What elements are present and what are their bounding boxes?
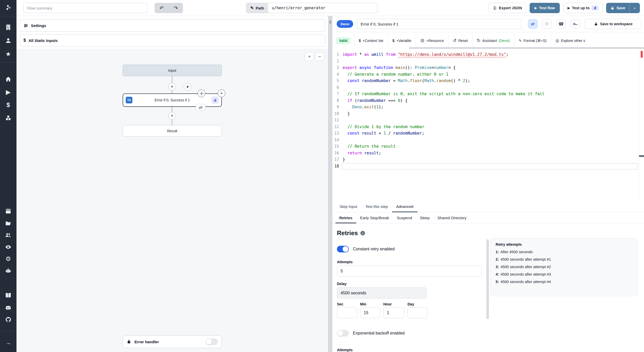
subtab-shared-directory[interactable]: Shared Directory <box>434 212 470 223</box>
code-line[interactable]: 16 return result; <box>332 150 644 157</box>
discord-icon[interactable] <box>0 303 16 313</box>
panel-resize-handle[interactable] <box>328 16 332 352</box>
code-line[interactable]: 18 <box>332 163 644 170</box>
flow-result-node[interactable]: Result <box>123 125 222 137</box>
trigger-bolt-button[interactable] <box>184 83 191 91</box>
redo-button[interactable]: ↷ <box>169 3 183 13</box>
move-arrows-icon <box>199 91 204 96</box>
test-up-to-button[interactable]: ▶ Test up to d <box>563 3 603 13</box>
reset-button[interactable]: ↺ Reset <box>448 38 472 43</box>
info-icon[interactable]: i <box>360 231 365 235</box>
assistant-button[interactable]: ↻ Assistant (Deno) <box>472 38 514 43</box>
code-line[interactable]: 17} <box>332 156 644 163</box>
code-line[interactable]: 1import * as wmill from "https://deno.la… <box>332 51 644 58</box>
flow-input-node[interactable]: Input <box>123 65 222 76</box>
format-button[interactable]: ✎ Format (⌘+S) <box>514 39 551 43</box>
step-detail-tabs: Step Input Test this step Advanced <box>332 201 644 212</box>
building-icon[interactable] <box>0 22 16 32</box>
user-icon[interactable] <box>0 36 16 46</box>
panel-scrollbar[interactable] <box>486 239 489 319</box>
flow-graph-canvas[interactable]: + − Input + TS Error if 0, Success if 1 … <box>16 49 328 352</box>
explore-scripts-button[interactable]: ◎ Explore other s <box>551 38 589 43</box>
whitebox-button[interactable]: □ <box>542 19 552 29</box>
code-line[interactable]: 14 <box>332 137 644 144</box>
add-variable-button[interactable]: $ +Variable <box>388 39 416 43</box>
test-flow-button[interactable]: ▶ Test flow <box>530 3 560 13</box>
export-json-button[interactable]: Export JSON <box>488 3 526 13</box>
step-node-selected[interactable]: TS Error if 0, Success if 1 d <box>123 93 222 107</box>
code-line[interactable]: 5 const randomNumber = Math.floor(Math.r… <box>332 78 644 84</box>
zoom-in-button[interactable]: + <box>305 52 314 61</box>
day-input[interactable] <box>408 307 428 318</box>
step-title-input[interactable] <box>357 19 522 29</box>
tab-test-this-step[interactable]: Test this step <box>361 201 392 212</box>
github-icon[interactable] <box>0 314 16 325</box>
tab-advanced[interactable]: Advanced <box>392 201 418 212</box>
flow-settings-button[interactable]: Settings <box>20 19 325 32</box>
tab-step-input[interactable]: Step Input <box>335 201 361 212</box>
play-runs-icon[interactable]: ▶ <box>0 87 16 97</box>
windmill-logo-icon[interactable] <box>0 3 16 13</box>
add-step-button[interactable]: + <box>168 112 176 120</box>
constant-retry-toggle[interactable] <box>337 246 349 252</box>
subtab-suspend[interactable]: Suspend <box>393 212 416 223</box>
code-line[interactable]: 4 // Generate a random number, either 0 … <box>332 71 644 78</box>
exponential-backoff-toggle[interactable] <box>337 330 349 337</box>
undo-button[interactable]: ↶ <box>155 3 169 13</box>
save-dropdown-button[interactable] <box>629 3 640 13</box>
robot-workers-icon[interactable] <box>0 266 16 276</box>
calendar-schedules-icon[interactable] <box>0 206 16 216</box>
add-resource-button[interactable]: +Resource <box>416 39 448 43</box>
cubes-resources-icon[interactable] <box>0 113 16 123</box>
dollar-icon: $ <box>393 39 395 43</box>
code-line[interactable]: 12 // Divide 1 by the random number <box>332 124 644 130</box>
attempts-input[interactable] <box>337 266 482 277</box>
path-field[interactable]: ✎ Path u/henri/error_generator <box>246 3 378 13</box>
code-line[interactable]: 7 // If randomNumber is 0, exit the scri… <box>332 91 644 98</box>
editor-overview-ruler <box>639 49 644 201</box>
line-number: 1 <box>332 51 339 58</box>
gear-settings-icon[interactable]: ⚙ <box>0 254 16 264</box>
error-handler-node[interactable]: Error handler <box>123 335 222 348</box>
eye-audit-icon[interactable] <box>0 242 16 252</box>
star-icon[interactable]: ★ <box>0 49 16 59</box>
min-input[interactable] <box>360 307 380 318</box>
subtab-early-stop[interactable]: Early Stop/Break <box>356 212 393 223</box>
move-step-handle[interactable] <box>198 90 205 97</box>
all-static-inputs-button[interactable]: $ All Static Inputs <box>20 34 325 47</box>
exponential-backoff-row: Exponential backoff enabled <box>337 330 405 337</box>
code-line[interactable]: 6 <box>332 84 644 91</box>
flow-summary-input[interactable] <box>23 3 147 13</box>
subtab-retries[interactable]: Retries <box>335 212 356 223</box>
user-group-icon[interactable] <box>0 230 16 240</box>
code-line[interactable]: 15 // Return the result <box>332 143 644 150</box>
code-line[interactable]: 11 <box>332 117 644 124</box>
add-context-var-button[interactable]: $ +Context Var <box>354 39 388 43</box>
folder-icon[interactable] <box>0 218 16 228</box>
error-handler-toggle[interactable] <box>206 338 218 345</box>
sec-input[interactable] <box>337 307 357 318</box>
save-button[interactable]: Save <box>606 3 629 13</box>
retries-toggle-button[interactable]: ⇄ <box>528 19 537 29</box>
sleep-bed-button[interactable] <box>571 19 580 29</box>
code-line[interactable]: 9 Deno.exit(1); <box>332 104 644 111</box>
code-line[interactable]: 10 } <box>332 111 644 117</box>
phone-webhook-button[interactable]: ☎ <box>556 19 566 29</box>
zoom-out-button[interactable]: − <box>315 52 324 61</box>
code-line[interactable]: 2 <box>332 58 644 65</box>
code-editor[interactable]: 1import * as wmill from "https://deno.la… <box>332 49 644 201</box>
book-docs-icon[interactable] <box>0 290 16 301</box>
subtab-sleep[interactable]: Sleep <box>416 212 434 223</box>
code-line[interactable]: 13 const result = 1 / randomNumber; <box>332 130 644 137</box>
code-line[interactable]: 8 if (randomNumber === 0) { <box>332 98 644 104</box>
dollar-variables-icon[interactable]: $ <box>0 100 16 110</box>
add-step-button[interactable]: + <box>168 83 176 91</box>
retry-indicator-button[interactable]: ⇄ <box>196 104 206 111</box>
hour-input[interactable] <box>383 307 404 318</box>
delete-step-button[interactable]: × <box>218 90 225 97</box>
save-to-workspace-button[interactable]: Save to workspace <box>585 19 642 29</box>
toolbar-scrollbar[interactable] <box>409 47 644 49</box>
expand-sidebar-arrow-icon[interactable]: → <box>0 338 16 348</box>
code-line[interactable]: 3export async function main(): Promise<n… <box>332 65 644 71</box>
home-icon[interactable] <box>0 74 16 84</box>
